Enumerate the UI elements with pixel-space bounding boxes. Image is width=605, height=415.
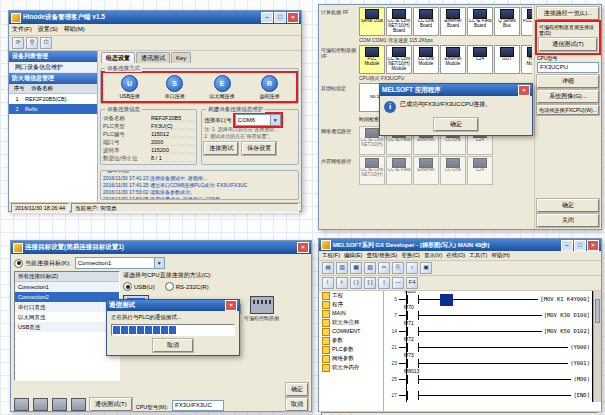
ladder-rung[interactable]: 27 [END] [384, 387, 592, 403]
menu-item[interactable]: 设置(S) [38, 25, 58, 34]
interface-icon[interactable]: CC-Link Board [413, 7, 439, 36]
interface-icon[interactable]: Q Series Bus [494, 7, 520, 36]
find-icon[interactable]: ⌕ [406, 262, 418, 274]
target-row[interactable]: Connection2 [15, 292, 119, 302]
coil-icon[interactable]: ( ) [350, 277, 362, 289]
application-instr-icon[interactable]: [ ] [364, 277, 376, 289]
title-bar[interactable]: MELSOFT系列 GX Developer - [梯形图(写入) MAIN 4… [319, 239, 601, 251]
connection-channel-list-button[interactable]: 连接路径一览(L)... [537, 7, 599, 20]
menu-item[interactable]: 文件(F) [12, 25, 32, 34]
overlay-cancel-button[interactable]: 取消 [153, 339, 193, 352]
coexist-icon[interactable]: CC IE Field [386, 156, 412, 185]
vertical-line-icon[interactable]: | [378, 277, 390, 289]
connection-mode[interactable]: U USB连接 [119, 75, 139, 99]
interface-icon[interactable]: CC IE Cont NET/10(H) Module [386, 45, 412, 74]
interface-icon[interactable]: C24 [467, 45, 493, 74]
menu-item[interactable]: 在线(O) [446, 252, 465, 259]
close-button[interactable]: × [297, 242, 309, 253]
connection-mode[interactable]: S 串口连接 [165, 75, 185, 99]
coexist-icon[interactable]: C24 [467, 156, 493, 185]
exit-icon[interactable]: ⏻ [40, 37, 52, 49]
cancel-button[interactable]: 取消 [286, 398, 308, 411]
tab-commtest[interactable]: 通讯测试 [136, 52, 170, 63]
device-row[interactable]: 1 REF2F20B5(CB) [9, 94, 97, 104]
minimize-button[interactable]: – [261, 12, 273, 23]
tree-item[interactable]: 软元件内存 [319, 363, 383, 372]
detail-button[interactable]: 详细 [537, 75, 599, 88]
target-row[interactable]: 以太网直连 [15, 312, 119, 322]
title-bar[interactable]: Hinode设备管理客户端 v1.5 – □ × [9, 11, 301, 24]
communication-test-button[interactable]: 通信测试(T) [539, 38, 597, 51]
tree-item[interactable]: MAIN [319, 309, 383, 318]
device-row[interactable]: 2 Refix [9, 104, 97, 114]
interface-icon[interactable]: Serial USB [359, 7, 385, 36]
tree-item[interactable]: 网络参数 [319, 354, 383, 363]
interface-icon[interactable]: Ethernet Module [440, 45, 466, 74]
rs232c-radio[interactable]: RS-232C(R) [165, 282, 209, 291]
system-image-button[interactable]: 系统图像(G)... [537, 90, 599, 103]
tree-item[interactable]: COMMENT [319, 327, 383, 336]
open-icon[interactable]: ▥ [336, 262, 348, 274]
tree-item[interactable]: 软元件注释 [319, 318, 383, 327]
interface-icon[interactable]: CC-Link Module [413, 45, 439, 74]
vertical-scrollbar[interactable] [593, 291, 601, 402]
menu-item[interactable]: 工具(T) [469, 252, 487, 259]
interface-icon[interactable]: CC IE Cont NET/10(H) Board [386, 7, 412, 36]
usb-radio[interactable]: USB(U) [123, 282, 155, 291]
menu-item[interactable]: 显示(V) [424, 252, 442, 259]
save-settings-button[interactable]: 保存设置 [242, 142, 276, 155]
target-row[interactable]: Connection1 [15, 282, 119, 292]
popup-close-button[interactable]: × [518, 85, 530, 96]
ladder-rung[interactable]: 25 M8013 (M80) [384, 371, 592, 387]
tree-item[interactable]: 工程 [319, 291, 383, 300]
menu-item[interactable]: 查找/替换(S) [366, 252, 397, 259]
copy-icon[interactable]: ⎘ [392, 262, 404, 274]
coexist-icon[interactable]: Ethernet [413, 156, 439, 185]
interface-icon[interactable]: Ethernet Board [440, 7, 466, 36]
chevron-down-icon[interactable]: ▼ [154, 258, 164, 268]
connection-mode[interactable]: R 远程连接 [260, 75, 280, 99]
minimize-button[interactable]: – [561, 240, 573, 251]
tree-item[interactable]: 程序 [319, 300, 383, 309]
tab-config[interactable]: 组态设置 [101, 52, 135, 63]
close-button[interactable]: × [587, 240, 599, 251]
interface-icon[interactable]: GOT [494, 45, 520, 74]
serial-port-combo[interactable]: COM6 ▼ [235, 114, 281, 126]
target-combo[interactable]: Connection1 ▼ [75, 257, 165, 269]
coexist-icon[interactable]: CC IE Cont NET/10(H) [359, 156, 385, 185]
menu-item[interactable]: 变换(C) [401, 252, 420, 259]
ok-button[interactable]: 确定 [537, 199, 599, 212]
tree-item[interactable]: PLC参数 [319, 345, 383, 354]
cut-icon[interactable]: ✂ [378, 262, 390, 274]
tree-item[interactable]: 参数 [319, 336, 383, 345]
menu-item[interactable]: 工程(F) [322, 252, 340, 259]
contact-open-icon[interactable]: ⊦ [322, 277, 334, 289]
coexist-icon[interactable]: CC-Link [440, 156, 466, 185]
current-target-radio[interactable]: 当前连接目标(K): [14, 259, 71, 268]
tab-key[interactable]: Key [171, 52, 191, 63]
menu-item[interactable]: 帮助(H) [491, 252, 510, 259]
overlay-close-button[interactable]: × [225, 300, 237, 311]
menu-item[interactable]: 帮助(M) [64, 25, 85, 34]
sidebar-group-devices[interactable]: 设备列表管理 [9, 51, 97, 62]
ladder-rung[interactable]: 0 X000 [MOV K1 K4Y000] [384, 291, 592, 307]
sidebar-group-firewall[interactable]: 防火墙信息管理 [9, 73, 97, 84]
convert-icon[interactable]: F4 [406, 277, 418, 289]
connection-mode[interactable]: E 以太网连接 [210, 75, 235, 99]
interface-icon[interactable]: Head Module [521, 45, 532, 74]
chevron-down-icon[interactable]: ▼ [270, 115, 280, 125]
communication-test-button[interactable]: 通信测试(T) [90, 398, 132, 411]
sidebar-item-netdevice[interactable]: 网口设备信息维护 [9, 62, 97, 73]
ladder-canvas[interactable]: 0 X000 [MOV K1 K4Y000] 7 M70 [384, 291, 601, 411]
ok-button[interactable]: 确定 [286, 383, 308, 396]
popup-ok-button[interactable]: 确定 [434, 118, 478, 131]
horizontal-line-icon[interactable]: — [392, 277, 404, 289]
close-button[interactable]: × [287, 12, 299, 23]
monitor-icon[interactable]: ▣ [420, 262, 432, 274]
target-row[interactable]: USB直连 [15, 322, 119, 332]
maximize-button[interactable]: □ [274, 12, 286, 23]
ladder-rung[interactable]: 14 M71 [MOV K50 D102] [384, 323, 592, 339]
close-dialog-button[interactable]: 关闭 [537, 214, 599, 227]
interface-icon[interactable]: PLC Board [521, 7, 532, 36]
target-row[interactable]: 串行口直连 [15, 302, 119, 312]
